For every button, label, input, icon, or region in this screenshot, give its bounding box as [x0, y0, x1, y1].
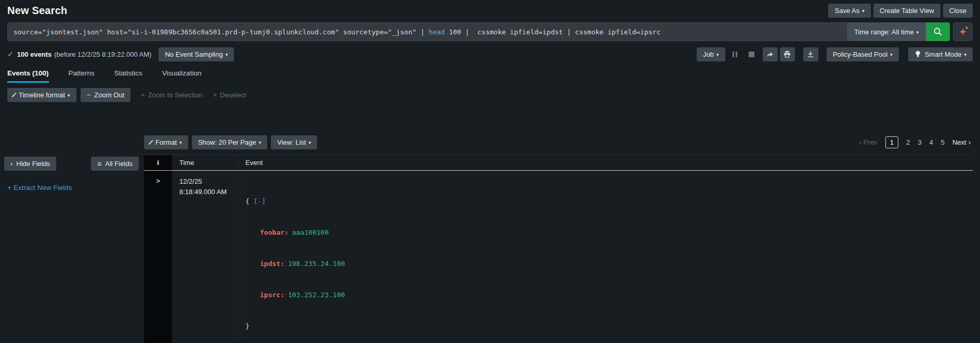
close-label: Close — [949, 7, 966, 15]
job-controls: Job ▾ Policy-Based Pool ▾ — [697, 47, 973, 61]
event-date: 12/2/25 — [179, 176, 238, 187]
zoom-out-label: Zoom Out — [94, 91, 124, 99]
json-collapse-toggle[interactable]: [-] — [254, 197, 266, 205]
page-title: New Search — [7, 5, 67, 17]
page-number-3[interactable]: 3 — [918, 138, 921, 146]
chevron-right-icon: › — [969, 138, 971, 146]
event-column-header: Event — [238, 155, 973, 170]
caret-down-icon: ▾ — [890, 53, 893, 57]
plus-icon: + — [7, 184, 11, 192]
save-as-button[interactable]: Save As ▾ — [828, 4, 870, 18]
status-bar: ✓ 100 events (before 12/2/25 8:19:22.000… — [7, 47, 973, 61]
result-tabs: Events (100) Patterns Statistics Visuali… — [7, 69, 973, 83]
format-label: Format — [155, 138, 177, 146]
json-value: 103.252.23.100 — [288, 291, 345, 299]
caret-down-icon: ▾ — [226, 53, 228, 57]
json-value: 198.235.24.100 — [288, 260, 345, 268]
result-qualifier: (before 12/2/25 8:19:22.000 AM) — [54, 50, 151, 58]
format-button[interactable]: Format ▾ — [144, 135, 188, 149]
prev-label: Prev — [864, 138, 878, 146]
page-number-1[interactable]: 1 — [885, 136, 898, 148]
tab-patterns[interactable]: Patterns — [69, 69, 95, 83]
time-column-header: Time — [172, 159, 238, 167]
page-number-4[interactable]: 4 — [929, 138, 933, 146]
workload-pool-button[interactable]: Policy-Based Pool ▾ — [827, 47, 899, 61]
page-size-button[interactable]: Show: 20 Per Page ▾ — [192, 135, 268, 149]
caret-down-icon: ▾ — [309, 141, 311, 145]
event-sampling-button[interactable]: No Event Sampling ▾ — [159, 47, 234, 61]
share-button[interactable] — [763, 47, 778, 61]
download-icon — [807, 50, 814, 58]
view-mode-button[interactable]: View: List ▾ — [271, 135, 317, 149]
pause-icon[interactable] — [733, 52, 737, 57]
query-segment: 100 | cssmoke ipfield=ipdst | cssmoke ip… — [445, 28, 661, 36]
search-bar: source="jsontest.json" host="si-i-01989b… — [7, 22, 973, 41]
caret-down-icon: ▾ — [179, 141, 182, 145]
caret-down-icon: ▾ — [68, 93, 70, 98]
tab-statistics[interactable]: Statistics — [114, 69, 142, 83]
zoom-out-button[interactable]: − Zoom Out — [81, 88, 130, 102]
plus-icon: + — [141, 91, 145, 99]
close-button[interactable]: Close — [943, 4, 973, 18]
minus-icon: − — [87, 91, 91, 99]
search-icon — [933, 27, 943, 36]
timeline-format-label: Timeline format — [19, 91, 65, 99]
json-key: ipdst: — [260, 260, 284, 268]
hide-fields-label: Hide Fields — [16, 160, 50, 168]
event-sampling-label: No Event Sampling — [165, 50, 223, 58]
all-fields-button[interactable]: ≡ All Fields — [91, 157, 139, 171]
pagination: ‹Prev 1 2 3 4 5 Next› — [857, 136, 973, 148]
ai-assistant-button[interactable] — [953, 22, 973, 41]
page-size-label: Show: 20 Per Page — [198, 138, 256, 146]
print-button[interactable] — [780, 47, 795, 61]
chevron-left-icon: ‹ — [10, 160, 12, 168]
search-mode-button[interactable]: Smart Mode ▾ — [908, 47, 973, 61]
caret-down-icon: ▾ — [259, 141, 262, 145]
pencil-icon — [148, 140, 153, 145]
tab-events[interactable]: Events (100) — [7, 69, 49, 83]
search-mode-label: Smart Mode — [925, 50, 962, 58]
timeline-toolbar: Timeline format ▾ − Zoom Out +Zoom to Se… — [7, 88, 973, 102]
hide-fields-button[interactable]: ‹ Hide Fields — [4, 157, 56, 171]
workload-pool-label: Policy-Based Pool — [833, 50, 888, 58]
sparkle-icon — [959, 28, 967, 36]
timeline-format-button[interactable]: Timeline format ▾ — [7, 88, 76, 102]
json-key: ipsrc: — [260, 291, 284, 299]
events-table-header: i Time Event — [144, 155, 973, 171]
top-header: New Search Save As ▾ Create Table View C… — [0, 0, 980, 20]
info-column-header: i — [144, 155, 172, 170]
stop-icon[interactable] — [749, 52, 754, 57]
query-command-segment: head — [428, 28, 445, 36]
sparkle-small-icon — [965, 26, 969, 30]
extract-new-fields-link[interactable]: +Extract New Fields — [7, 184, 72, 192]
page-number-5[interactable]: 5 — [941, 138, 945, 146]
zoom-to-selection-label: Zoom to Selection — [148, 91, 203, 99]
events-viewer: Format ▾ Show: 20 Per Page ▾ View: List … — [144, 135, 980, 343]
events-table: i Time Event > 12/2/25 8:18:49.000 AM { … — [144, 155, 973, 343]
tab-visualization[interactable]: Visualization — [162, 69, 202, 83]
caret-down-icon: ▾ — [964, 53, 966, 57]
time-range-picker[interactable]: Time range: All time ▾ — [847, 22, 926, 41]
create-table-view-button[interactable]: Create Table View — [873, 4, 940, 18]
query-segment: source="jsontest.json" host="si-i-01989b… — [14, 28, 428, 36]
result-count: 100 events — [17, 50, 52, 58]
search-query-input[interactable]: source="jsontest.json" host="si-i-01989b… — [7, 22, 847, 41]
search-button[interactable] — [926, 22, 950, 41]
next-page-button[interactable]: Next› — [952, 138, 973, 146]
fields-sidebar: ‹ Hide Fields ≡ All Fields +Extract New … — [0, 135, 144, 192]
bulb-icon — [914, 50, 921, 58]
print-icon — [783, 50, 791, 58]
results-toolbar: Format ▾ Show: 20 Per Page ▾ View: List … — [144, 135, 973, 149]
deselect-label: Deselect — [220, 91, 246, 99]
job-menu-button[interactable]: Job ▾ — [697, 47, 725, 61]
page-number-2[interactable]: 2 — [906, 138, 910, 146]
json-key: foobar: — [260, 228, 289, 236]
list-icon: ≡ — [97, 160, 101, 168]
check-icon: ✓ — [7, 50, 14, 58]
download-button[interactable] — [803, 47, 818, 61]
extract-new-fields-label: Extract New Fields — [14, 184, 72, 192]
next-label: Next — [952, 138, 966, 146]
caret-down-icon: ▾ — [862, 9, 865, 14]
pencil-icon — [11, 93, 16, 97]
expand-chevron-icon[interactable]: > — [156, 177, 160, 343]
